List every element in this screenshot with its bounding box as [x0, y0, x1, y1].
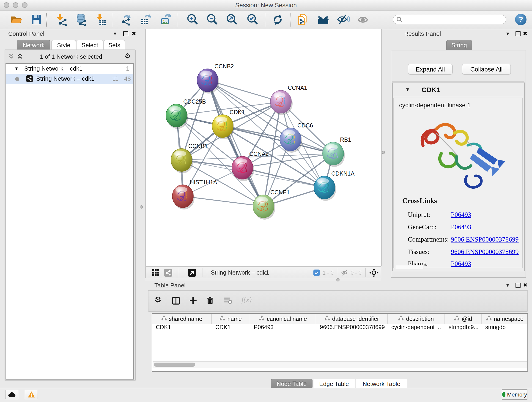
hide-selected-icon[interactable]	[337, 13, 350, 26]
search-input[interactable]	[404, 16, 505, 24]
network-node-RB1[interactable]	[323, 142, 345, 167]
column-header[interactable]: namespace	[481, 314, 527, 324]
import-network-database-icon[interactable]	[75, 13, 88, 26]
crosslink-pharos-link[interactable]: P06493	[451, 260, 471, 268]
control-panel-menu-caret-icon[interactable]: ▼	[113, 31, 117, 36]
network-collection-row[interactable]: ▼ String Network – cdk1 1	[6, 64, 133, 74]
column-header[interactable]: @id	[445, 314, 481, 324]
cloud-status-button[interactable]	[5, 390, 18, 399]
export-network-icon[interactable]	[120, 13, 133, 26]
network-edge-HIST1H1A-CCNE1[interactable]	[183, 196, 264, 206]
apply-layout-icon[interactable]	[271, 13, 284, 26]
cell-database-identifier[interactable]: 9606.ENSP00000378699	[316, 324, 388, 333]
crosslink-compartments-link[interactable]: 9606.ENSP00000378699	[451, 236, 519, 243]
results-panel-close-icon[interactable]: ✖	[523, 31, 527, 36]
results-panel-menu-caret-icon[interactable]: ▼	[505, 31, 510, 36]
open-session-icon[interactable]	[10, 13, 22, 26]
column-header[interactable]: description	[388, 314, 445, 324]
gene-section-header[interactable]	[393, 83, 523, 97]
cell-name[interactable]: CDK1	[212, 324, 250, 333]
zoom-fit-icon[interactable]	[225, 13, 238, 26]
table-row[interactable]: CDK1 CDK1 P06493 9606.ENSP00000378699 cy…	[152, 324, 527, 333]
network-node-CCNA2[interactable]	[232, 156, 254, 181]
control-panel-float-icon[interactable]	[123, 31, 128, 36]
expand-all-button[interactable]: Expand All	[408, 64, 453, 75]
tab-style[interactable]: Style	[51, 40, 76, 50]
network-edge-CCNA2-CDKN1A[interactable]	[242, 168, 324, 187]
network-view-canvas[interactable]: CCNB2CCNA1CDC25BCDK1CDC6RB1CCNB1CCNA2CDK…	[145, 29, 382, 266]
tab-string-results[interactable]: String	[446, 40, 472, 50]
zoom-selected-icon[interactable]	[246, 13, 259, 26]
tab-sets[interactable]: Sets	[104, 40, 125, 50]
table-panel-float-icon[interactable]	[515, 283, 520, 288]
toolbar-search-field[interactable]	[393, 15, 506, 24]
table-settings-gear-icon[interactable]: ⚙	[154, 295, 164, 304]
zoom-in-icon[interactable]	[186, 13, 199, 26]
tab-network[interactable]: Network	[17, 40, 51, 50]
grid-view-icon[interactable]	[152, 269, 159, 278]
tab-select[interactable]: Select	[76, 40, 104, 50]
network-node-CDKN1A[interactable]	[314, 176, 336, 201]
show-all-eye-icon[interactable]	[357, 13, 370, 26]
warnings-button[interactable]	[25, 390, 38, 399]
gene-expand-caret-icon[interactable]: ▼	[405, 87, 410, 92]
left-splitter-handle[interactable]	[140, 205, 143, 209]
collapse-all-button[interactable]: Collapse All	[462, 64, 511, 75]
show-columns-icon[interactable]	[172, 297, 181, 306]
memory-button[interactable]: Memory	[502, 389, 527, 400]
tab-edge-table[interactable]: Edge Table	[313, 379, 355, 389]
tab-node-table[interactable]: Node Table	[271, 379, 312, 389]
network-node-CCNB2[interactable]	[197, 69, 219, 94]
cell-description[interactable]: cyclin-dependent ...	[388, 324, 445, 333]
column-header[interactable]: name	[212, 314, 250, 324]
column-header[interactable]: database identifier	[316, 314, 388, 324]
fit-selected-crosshair-icon[interactable]	[369, 268, 379, 279]
table-panel-close-icon[interactable]: ✖	[523, 282, 527, 288]
tab-network-table[interactable]: Network Table	[355, 379, 407, 389]
network-node-CCNE1[interactable]	[253, 195, 275, 220]
column-header[interactable]: shared name	[152, 314, 212, 324]
zoom-out-icon[interactable]	[206, 13, 219, 26]
network-node-CCNA1[interactable]	[270, 90, 293, 115]
results-scrollbar[interactable]	[395, 265, 423, 269]
column-header[interactable]: canonical name	[250, 314, 316, 324]
export-image-icon[interactable]	[159, 13, 172, 26]
control-panel-close-icon[interactable]: ✖	[132, 31, 136, 36]
import-table-file-icon[interactable]	[95, 13, 108, 26]
crosslink-tissues-link[interactable]: 9606.ENSP00000378699	[451, 248, 519, 256]
table-panel-menu-caret-icon[interactable]: ▼	[505, 283, 510, 288]
network-options-gear-icon[interactable]: ⚙	[125, 52, 131, 60]
network-node-CDK1[interactable]	[212, 115, 234, 139]
network-view-type-icon[interactable]	[164, 269, 172, 279]
crosslink-uniprot-link[interactable]: P06493	[451, 211, 471, 219]
collection-expand-caret-icon[interactable]: ▼	[14, 66, 19, 71]
selected-checkbox-icon[interactable]	[313, 269, 320, 278]
network-row-selected[interactable]: String Network – cdk1 11 48	[6, 74, 133, 84]
horizontal-splitter-handle[interactable]	[336, 278, 340, 281]
results-panel-float-icon[interactable]	[515, 31, 520, 36]
cell-canonical-name[interactable]: P06493	[250, 324, 316, 333]
export-table-icon[interactable]	[139, 13, 152, 26]
delete-column-trash-icon[interactable]	[206, 297, 215, 306]
table-horizontal-scrollbar[interactable]	[152, 361, 527, 368]
network-snapshot-icon[interactable]	[297, 13, 309, 26]
import-network-file-icon[interactable]	[56, 13, 68, 26]
crosslink-genecard-link[interactable]: P06493	[451, 223, 471, 231]
network-node-HIST1H1A[interactable]	[172, 185, 195, 210]
cell-namespace[interactable]: stringdb	[481, 324, 527, 333]
right-splitter-handle[interactable]	[382, 151, 385, 154]
network-node-CDC25B[interactable]	[166, 104, 188, 129]
horizontal-splitter[interactable]	[145, 278, 381, 281]
birds-eye-view-icon[interactable]	[188, 269, 196, 279]
network-node-CDC6[interactable]	[280, 128, 302, 153]
cell-id[interactable]: stringdb:9...	[445, 324, 481, 333]
help-button[interactable]: ?	[515, 14, 526, 25]
save-session-icon[interactable]	[30, 13, 43, 26]
collapse-all-networks-icon[interactable]	[8, 53, 14, 61]
first-neighbors-icon[interactable]	[317, 13, 329, 26]
scrollbar-thumb[interactable]	[154, 363, 195, 367]
cell-shared-name[interactable]: CDK1	[152, 324, 212, 333]
create-column-plus-icon[interactable]	[189, 297, 198, 306]
network-edge-CCNB2-CCNE1[interactable]	[208, 80, 264, 206]
expand-all-networks-icon[interactable]	[17, 53, 23, 61]
